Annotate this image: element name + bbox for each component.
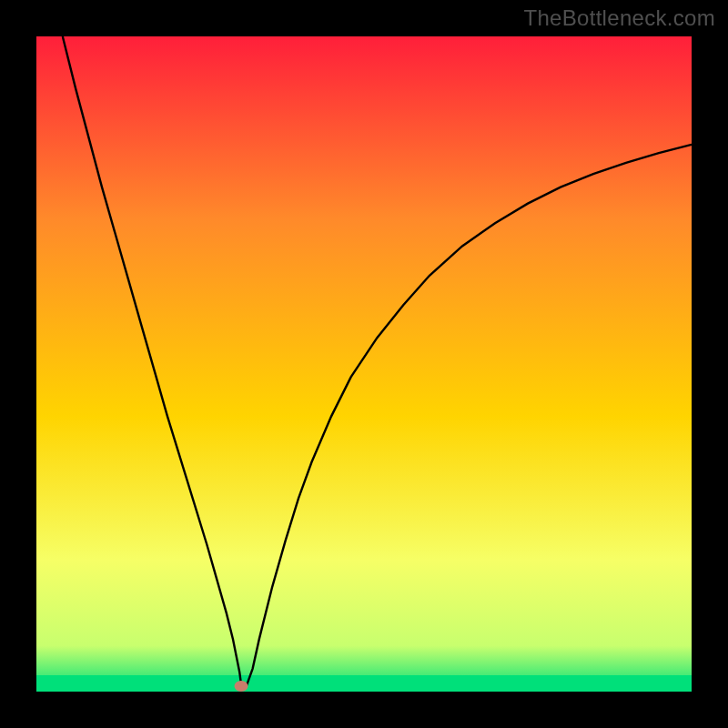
bottleneck-curve-svg — [36, 36, 692, 692]
chart-frame: TheBottleneck.com — [0, 0, 728, 728]
plot-area — [36, 36, 692, 692]
watermark-text: TheBottleneck.com — [523, 5, 715, 31]
bottleneck-curve — [63, 36, 692, 688]
optimal-point-marker — [234, 681, 248, 692]
